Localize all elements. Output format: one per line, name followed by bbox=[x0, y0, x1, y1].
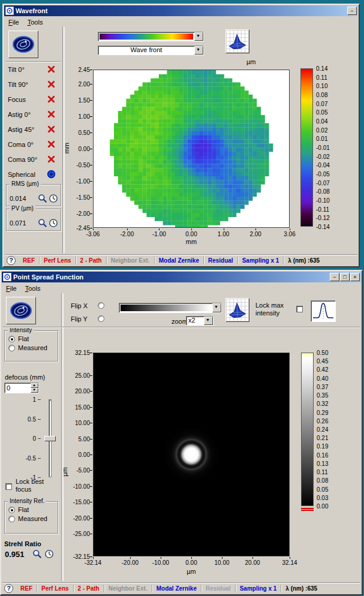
psf-plot bbox=[93, 353, 290, 556]
slider-scale-label: 1 bbox=[32, 396, 36, 403]
psf-tool-button[interactable] bbox=[6, 297, 36, 324]
colorbar-tick-label: 0.11 bbox=[316, 74, 327, 80]
pv-value: 0.071 bbox=[10, 219, 37, 227]
menu-tools[interactable]: Tools bbox=[23, 17, 47, 27]
3d-view-button[interactable] bbox=[225, 298, 249, 322]
aberration-astig-0[interactable]: Astig 0° bbox=[5, 107, 62, 122]
wavefront-window: Wavefront − FileTools Tilt 0°Tilt 90°Foc… bbox=[2, 4, 360, 267]
menu-tools[interactable]: Tools bbox=[21, 284, 45, 293]
minimize-button[interactable]: − bbox=[347, 7, 357, 15]
slider-scale-label: -0.5 bbox=[26, 454, 36, 461]
lock-best-focus-checkbox[interactable] bbox=[5, 483, 12, 490]
axis-tick-label: -0.50 bbox=[76, 161, 90, 168]
colorbar-tick-label: 0.19 bbox=[317, 443, 328, 450]
defocus-slider-scale: 10.50-0.5-1 bbox=[18, 399, 41, 477]
3d-view-button[interactable] bbox=[225, 29, 249, 53]
status-residual[interactable]: Residual bbox=[203, 257, 237, 264]
help-button[interactable]: ? bbox=[4, 584, 13, 593]
status-sampling-x-1[interactable]: Sampling x 1 bbox=[235, 585, 281, 592]
aberration-label: Tilt 90° bbox=[8, 81, 47, 88]
help-button[interactable]: ? bbox=[7, 256, 16, 265]
wavefront-titlebar[interactable]: Wavefront − bbox=[4, 5, 358, 16]
status-ref[interactable]: REF bbox=[19, 257, 39, 264]
spin-down-button[interactable] bbox=[31, 388, 38, 393]
flip-x-toggle[interactable] bbox=[98, 302, 104, 309]
aberration-coma-0[interactable]: Coma 0° bbox=[5, 137, 62, 152]
magnifier-icon[interactable] bbox=[32, 549, 42, 559]
magnifier-icon[interactable] bbox=[38, 194, 47, 203]
history-clock-icon[interactable] bbox=[49, 218, 58, 228]
magnifier-icon[interactable] bbox=[38, 218, 47, 228]
defocus-slider-thumb[interactable] bbox=[44, 436, 56, 441]
peak-curve-icon bbox=[312, 302, 335, 321]
status-modal-zernike[interactable]: Modal Zernike bbox=[152, 585, 201, 592]
aberration-focus[interactable]: Focus bbox=[5, 92, 62, 107]
view-combo[interactable]: Wave front bbox=[98, 46, 204, 55]
radio-flat[interactable]: Flat bbox=[8, 335, 58, 342]
aberration-tilt-0[interactable]: Tilt 0° bbox=[5, 62, 62, 77]
status-residual[interactable]: Residual bbox=[201, 585, 235, 592]
lock-max-intensity-checkbox[interactable] bbox=[296, 306, 303, 312]
colorbar-tick-label: -0.12 bbox=[316, 215, 330, 221]
aberration-coma-90[interactable]: Coma 90° bbox=[5, 152, 62, 167]
radio-measured[interactable]: Measured bbox=[8, 344, 58, 351]
radio-measured[interactable]: Measured bbox=[8, 515, 58, 522]
maximize-button[interactable]: □ bbox=[340, 273, 350, 281]
defocus-spinner[interactable]: 0 bbox=[4, 383, 39, 393]
rms-label: RMS (µm) bbox=[10, 180, 41, 187]
intensity-options: FlatMeasured bbox=[5, 335, 58, 351]
minimize-button[interactable]: − bbox=[330, 273, 339, 281]
status-neighbor-ext[interactable]: Neighbor Ext. bbox=[106, 257, 154, 264]
zoom-combo[interactable]: x2 bbox=[186, 316, 213, 326]
axis-tick-label: 32.15 bbox=[75, 350, 90, 356]
radio-icon bbox=[8, 507, 15, 513]
grayscale-combo[interactable] bbox=[119, 303, 222, 313]
status-nm-635[interactable]: λ (nm) :635 bbox=[281, 585, 321, 592]
history-clock-icon[interactable] bbox=[49, 194, 58, 203]
lens-icon bbox=[8, 299, 34, 323]
axis-tick-label: -25.00 bbox=[73, 531, 90, 537]
disabled-icon bbox=[47, 80, 56, 89]
status-sampling-x-1[interactable]: Sampling x 1 bbox=[237, 257, 284, 264]
flip-y-toggle[interactable] bbox=[98, 315, 104, 322]
defocus-value: 0 bbox=[5, 383, 31, 393]
status-nm-635[interactable]: λ (nm) :635 bbox=[283, 257, 324, 264]
colorbar-tick-label: 0.35 bbox=[317, 392, 328, 399]
psf-colorbar-labels: 0.500.450.420.400.370.350.320.290.260.24… bbox=[315, 353, 337, 506]
x-axis-unit: mm bbox=[93, 238, 290, 245]
axis-tick-label: 20.00 bbox=[245, 559, 260, 566]
psf-titlebar[interactable]: Point Spread Function −□× bbox=[2, 272, 361, 282]
aberration-spherical[interactable]: Spherical bbox=[5, 167, 62, 182]
colormap-combo[interactable] bbox=[98, 32, 204, 41]
slider-scale-label: 0.5 bbox=[28, 416, 36, 422]
spinner-buttons bbox=[31, 383, 38, 393]
axis-tick-label: -2.00 bbox=[120, 231, 134, 237]
colorbar-tick-label: -0.11 bbox=[316, 206, 329, 212]
psf-window: Point Spread Function −□× FileTools Inte… bbox=[0, 270, 363, 595]
close-button[interactable]: × bbox=[350, 273, 360, 281]
menu-file[interactable]: File bbox=[2, 284, 21, 293]
psf-colorbar bbox=[301, 353, 314, 506]
status-2-path[interactable]: 2 - Path bbox=[76, 257, 106, 264]
menu-file[interactable]: File bbox=[4, 17, 23, 27]
axis-tick-label: 0.00 bbox=[79, 146, 90, 152]
intensity-ref-label: Intensity Ref. bbox=[8, 498, 46, 504]
spin-up-button[interactable] bbox=[31, 383, 38, 388]
history-clock-icon[interactable] bbox=[44, 549, 54, 559]
axis-tick-label: 1.00 bbox=[218, 231, 229, 237]
status-neighbor-ext[interactable]: Neighbor Ext. bbox=[104, 585, 152, 592]
aberration-astig-45[interactable]: Astig 45° bbox=[5, 122, 62, 137]
radio-flat[interactable]: Flat bbox=[8, 506, 58, 513]
colorbar-tick-label: -0.08 bbox=[316, 188, 330, 195]
status-perf-lens[interactable]: Perf Lens bbox=[37, 585, 73, 592]
status-modal-zernike[interactable]: Modal Zernike bbox=[154, 257, 203, 264]
status-perf-lens[interactable]: Perf Lens bbox=[39, 257, 76, 264]
colorbar-tick-label: 0.14 bbox=[316, 65, 327, 72]
colorbar-tick-label: 0.05 bbox=[317, 486, 328, 492]
profile-curve-indicator[interactable] bbox=[311, 300, 336, 322]
wavefront-tool-button[interactable] bbox=[8, 31, 38, 58]
axis-tick-label: -2.45 bbox=[76, 225, 90, 231]
status-ref[interactable]: REF bbox=[16, 585, 37, 592]
status-2-path[interactable]: 2 - Path bbox=[73, 585, 104, 592]
aberration-tilt-90[interactable]: Tilt 90° bbox=[5, 77, 62, 92]
